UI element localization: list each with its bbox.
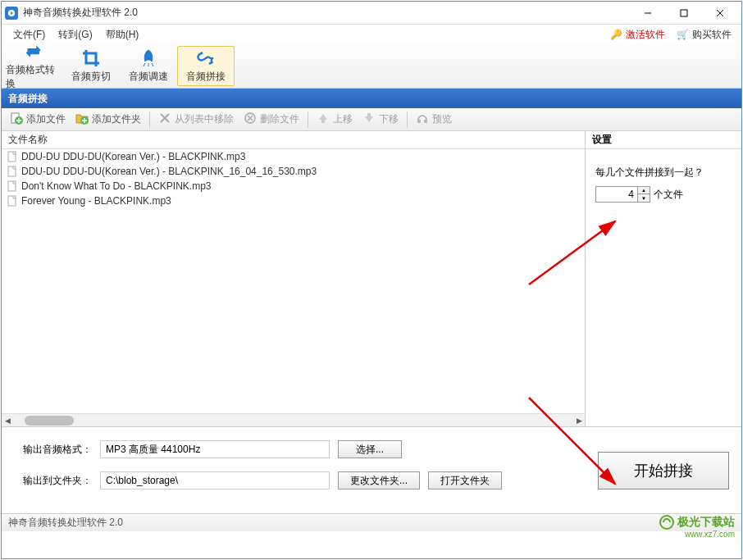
file-count-input[interactable] <box>596 187 637 202</box>
key-icon: 🔑 <box>610 29 622 40</box>
crop-icon <box>81 48 101 68</box>
add-folder-button[interactable]: 添加文件夹 <box>71 110 146 129</box>
separator <box>407 112 408 128</box>
output-panel: 输出音频格式： MP3 高质量 44100Hz 选择... 输出到文件夹： C:… <box>2 427 586 513</box>
output-folder-label: 输出到文件夹： <box>18 474 92 488</box>
file-icon <box>7 166 18 177</box>
output-format-label: 输出音频格式： <box>18 443 92 457</box>
list-item[interactable]: DDU-DU DDU-DU(Korean Ver.) - BLACKPINK.m… <box>2 149 585 164</box>
add-file-label: 添加文件 <box>26 112 66 126</box>
scroll-thumb[interactable] <box>25 416 74 426</box>
file-list[interactable]: DDU-DU DDU-DU(Korean Ver.) - BLACKPINK.m… <box>2 149 585 413</box>
remove-from-list-button[interactable]: 从列表中移除 <box>153 110 239 129</box>
output-format-value: MP3 高质量 44100Hz <box>106 443 200 457</box>
titlebar: 神奇音频转换处理软件 2.0 <box>2 2 741 25</box>
buy-link[interactable]: 🛒 购买软件 <box>672 26 736 43</box>
headphones-icon <box>416 112 429 127</box>
menu-help[interactable]: 帮助(H) <box>99 26 146 43</box>
menu-file[interactable]: 文件(F) <box>7 26 52 43</box>
tool-join-label: 音频拼接 <box>186 70 226 84</box>
output-format-field: MP3 高质量 44100Hz <box>100 440 330 458</box>
main-toolbar: 音频格式转换 音频剪切 音频调速 音频拼接 <box>2 44 741 89</box>
separator <box>308 112 308 128</box>
settings-question: 每几个文件拼接到一起？ <box>595 166 732 180</box>
select-format-button[interactable]: 选择... <box>338 440 402 458</box>
minimize-button[interactable] <box>630 2 666 24</box>
scroll-track[interactable] <box>25 416 562 426</box>
output-folder-field: C:\blob_storage\ <box>100 471 330 489</box>
up-label: 上移 <box>333 112 353 126</box>
window-title: 神奇音频转换处理软件 2.0 <box>23 6 138 20</box>
file-name: Forever Young - BLACKPINK.mp3 <box>21 195 171 207</box>
bottom-area: 输出音频格式： MP3 高质量 44100Hz 选择... 输出到文件夹： C:… <box>2 426 741 513</box>
app-icon <box>5 7 18 20</box>
horizontal-scrollbar[interactable]: ◀ ▶ <box>2 413 585 426</box>
svg-rect-11 <box>8 181 16 191</box>
file-icon <box>7 151 18 162</box>
add-file-icon <box>10 112 23 127</box>
svg-rect-9 <box>8 152 16 162</box>
sub-toolbar: 添加文件 添加文件夹 从列表中移除 删除文件 上移 下移 预览 <box>2 108 741 131</box>
up-icon <box>317 112 330 127</box>
menubar: 文件(F) 转到(G) 帮助(H) 🔑 激活软件 🛒 购买软件 <box>2 25 741 44</box>
buy-label: 购买软件 <box>692 28 732 42</box>
add-folder-label: 添加文件夹 <box>92 112 141 126</box>
change-folder-button[interactable]: 更改文件夹... <box>338 471 420 489</box>
list-item[interactable]: DDU-DU DDU-DU(Korean Ver.) - BLACKPINK_1… <box>2 164 585 179</box>
output-folder-value: C:\blob_storage\ <box>106 475 178 486</box>
svg-rect-12 <box>8 196 16 206</box>
add-folder-icon <box>75 112 89 127</box>
start-join-button[interactable]: 开始拼接 <box>598 452 729 489</box>
scroll-left-arrow[interactable]: ◀ <box>2 415 13 426</box>
open-folder-button[interactable]: 打开文件夹 <box>428 471 502 489</box>
file-icon <box>7 180 18 192</box>
remove-label: 从列表中移除 <box>175 112 234 126</box>
move-up-button[interactable]: 上移 <box>312 110 358 129</box>
preview-label: 预览 <box>432 112 452 126</box>
file-panel: 文件名称 DDU-DU DDU-DU(Korean Ver.) - BLACKP… <box>2 131 586 426</box>
delete-file-button[interactable]: 删除文件 <box>239 110 304 129</box>
menu-goto[interactable]: 转到(G) <box>52 26 98 43</box>
activate-label: 激活软件 <box>626 28 665 42</box>
activate-link[interactable]: 🔑 激活软件 <box>605 26 670 43</box>
convert-icon <box>24 42 43 61</box>
tool-speed-label: 音频调速 <box>129 70 168 84</box>
cart-icon: 🛒 <box>677 29 689 40</box>
file-list-header[interactable]: 文件名称 <box>2 131 585 149</box>
scroll-right-arrow[interactable]: ▶ <box>573 415 585 426</box>
file-name: Don't Know What To Do - BLACKPINK.mp3 <box>21 180 212 192</box>
section-header: 音频拼接 <box>2 89 741 108</box>
tool-cut[interactable]: 音频剪切 <box>62 46 120 86</box>
spinner-down[interactable]: ▼ <box>638 194 650 202</box>
main-area: 文件名称 DDU-DU DDU-DU(Korean Ver.) - BLACKP… <box>2 131 741 426</box>
move-down-button[interactable]: 下移 <box>358 110 403 129</box>
file-count-spinner[interactable]: ▲ ▼ <box>595 186 650 203</box>
action-panel: 开始拼接 <box>586 427 741 513</box>
separator <box>149 112 150 128</box>
delete-icon <box>244 112 257 127</box>
settings-header: 设置 <box>586 131 741 149</box>
down-label: 下移 <box>379 112 399 126</box>
tool-format-label: 音频格式转换 <box>6 63 62 91</box>
remove-icon <box>158 112 171 127</box>
file-icon <box>7 195 18 207</box>
add-file-button[interactable]: 添加文件 <box>5 110 71 129</box>
settings-panel: 设置 每几个文件拼接到一起？ ▲ ▼ 个文件 <box>586 131 741 426</box>
spinner-up[interactable]: ▲ <box>638 187 650 194</box>
tool-cut-label: 音频剪切 <box>71 70 111 84</box>
svg-rect-10 <box>8 166 16 176</box>
maximize-button[interactable] <box>666 2 702 24</box>
preview-button[interactable]: 预览 <box>411 110 457 129</box>
file-name: DDU-DU DDU-DU(Korean Ver.) - BLACKPINK.m… <box>21 151 245 162</box>
rocket-icon <box>139 48 158 68</box>
link-icon <box>196 48 216 68</box>
delete-label: 删除文件 <box>260 112 299 126</box>
tool-speed[interactable]: 音频调速 <box>120 46 177 86</box>
close-button[interactable] <box>702 2 738 24</box>
list-item[interactable]: Don't Know What To Do - BLACKPINK.mp3 <box>2 179 585 193</box>
svg-rect-2 <box>681 10 687 16</box>
statusbar: 神奇音频转换处理软件 2.0 <box>2 513 741 531</box>
tool-join[interactable]: 音频拼接 <box>177 46 235 86</box>
list-item[interactable]: Forever Young - BLACKPINK.mp3 <box>2 193 585 208</box>
tool-format-convert[interactable]: 音频格式转换 <box>5 46 62 86</box>
